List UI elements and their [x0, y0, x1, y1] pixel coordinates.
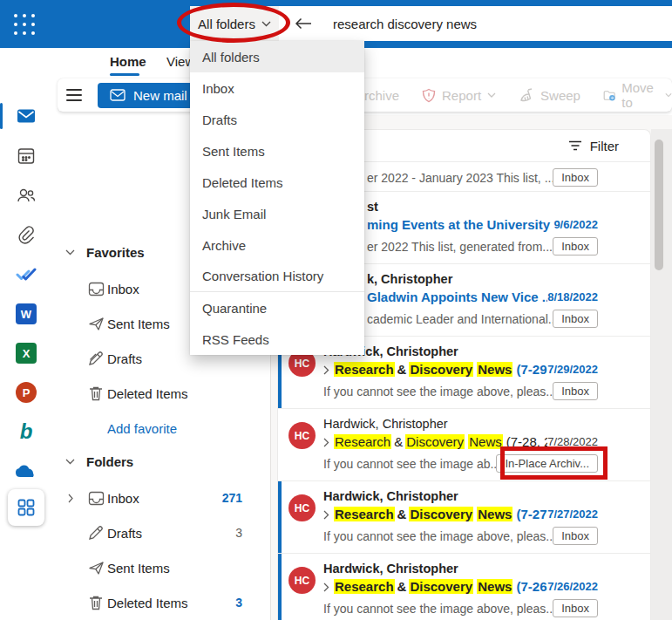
email-preview: er 2022 - January 2023 This list, ...	[367, 171, 553, 185]
rail-item-bing[interactable]: b	[0, 416, 52, 447]
search-input[interactable]: research discovery news	[333, 17, 477, 31]
paperclip-icon	[17, 225, 36, 244]
filter-icon	[568, 140, 582, 151]
scrollbar-thumb[interactable]	[655, 140, 663, 270]
trash-icon	[89, 385, 103, 401]
report-shield-icon	[422, 88, 436, 103]
menu-item-deleted-items[interactable]: Deleted Items	[190, 167, 364, 198]
unread-count: 271	[222, 491, 242, 505]
email-subject: Research&Discovery News(7-28, 2...	[334, 433, 547, 452]
chevron-down-icon	[261, 21, 271, 27]
folders-header[interactable]: Folders	[52, 446, 270, 477]
search-scope-label: All folders	[198, 17, 255, 31]
expand-conversation-icon[interactable]	[323, 583, 329, 592]
send-icon	[88, 317, 105, 331]
scrollbar-track[interactable]	[651, 129, 672, 620]
menu-item-quarantine[interactable]: Quarantine	[190, 292, 364, 324]
email-row[interactable]: HC Hardwick, Christopher Research&Discov…	[278, 480, 650, 553]
email-preview: If you cannot see the image above, pleas…	[323, 602, 553, 616]
apps-grid-icon	[17, 498, 36, 517]
sweep-label: Sweep	[540, 88, 580, 103]
app-rail: W X P b	[0, 48, 52, 620]
calendar-icon	[17, 146, 36, 166]
powerpoint-icon: P	[16, 382, 37, 403]
email-date: 7/28/2022	[547, 433, 598, 452]
folder-badge: Inbox	[553, 237, 598, 255]
new-mail-envelope-icon	[110, 89, 126, 101]
folder-deleted-items[interactable]: Deleted Items 3	[52, 587, 270, 618]
item-count: 3	[235, 526, 242, 540]
filter-label: Filter	[590, 139, 619, 153]
send-icon	[88, 561, 105, 576]
unread-indicator	[278, 481, 282, 553]
email-subject: Research&Discovery News(7-27-...	[334, 505, 547, 524]
email-subject: ming Events at the University ...	[367, 217, 553, 232]
inbox-icon	[88, 282, 105, 296]
draft-pencil-icon	[88, 351, 104, 366]
email-date: 7/27/2022	[547, 505, 598, 524]
menu-item-conversation-history[interactable]: Conversation History	[190, 261, 364, 292]
email-sender: Hardwick, Christopher	[323, 487, 598, 505]
expand-conversation-icon[interactable]	[323, 365, 329, 375]
email-preview: cademic Leader and International...	[367, 312, 553, 326]
email-sender: Hardwick, Christopher	[323, 415, 598, 433]
favorite-deleted-items[interactable]: Deleted Items	[52, 378, 270, 409]
email-subject: Gladwin Appoints New Vice ...	[367, 290, 547, 304]
tab-home[interactable]: Home	[110, 54, 146, 69]
rail-item-people[interactable]	[0, 180, 52, 211]
search-scope-dropdown[interactable]: All folders	[190, 6, 279, 41]
menu-item-all-folders[interactable]: All folders	[190, 41, 364, 72]
app-launcher-button[interactable]	[11, 11, 37, 37]
report-button[interactable]: Report	[422, 88, 496, 103]
rail-item-powerpoint[interactable]: P	[0, 377, 52, 408]
sweep-button[interactable]: Sweep	[519, 88, 580, 103]
folder-sent-items[interactable]: Sent Items	[52, 552, 270, 583]
rail-item-calendar[interactable]	[0, 140, 52, 172]
email-row[interactable]: HC Hardwick, Christopher Research&Discov…	[278, 553, 650, 620]
hamburger-menu-icon[interactable]	[58, 89, 91, 101]
onedrive-icon	[15, 464, 37, 479]
rail-item-attachments[interactable]	[0, 219, 52, 250]
folder-badge: Inbox	[553, 310, 598, 328]
people-icon	[16, 186, 37, 205]
move-to-button[interactable]: Move to	[603, 80, 672, 110]
email-date: 7/26/2022	[547, 577, 598, 596]
add-favorite-button[interactable]: Add favorite	[52, 412, 270, 444]
menu-item-junk-email[interactable]: Junk Email	[190, 198, 364, 229]
rail-item-todo[interactable]	[0, 258, 52, 290]
draft-pencil-icon	[88, 525, 104, 541]
email-subject: Research&Discovery News(7-29...	[334, 360, 547, 379]
chevron-down-icon	[65, 459, 75, 465]
menu-item-drafts[interactable]: Drafts	[190, 104, 364, 135]
folder-badge: Inbox	[553, 527, 598, 545]
rail-item-apps[interactable]	[8, 489, 44, 526]
menu-item-inbox[interactable]: Inbox	[190, 72, 364, 104]
menu-item-archive[interactable]: Archive	[190, 229, 364, 261]
folder-badge: Inbox	[553, 599, 598, 617]
rail-item-mail[interactable]	[0, 100, 52, 132]
avatar: HC	[288, 422, 316, 449]
email-row[interactable]: HC Hardwick, Christopher Research&Discov…	[278, 408, 650, 480]
chevron-right-icon	[68, 494, 73, 503]
expand-conversation-icon[interactable]	[323, 438, 329, 447]
unread-indicator	[278, 554, 282, 620]
inbox-icon	[88, 491, 105, 506]
rail-item-onedrive[interactable]	[0, 455, 52, 487]
message-actions-group: Archive Report Sweep Move to	[356, 78, 672, 112]
search-bar: All folders research discovery news	[190, 6, 672, 41]
menu-item-rss-feeds[interactable]: RSS Feeds	[190, 324, 364, 355]
rail-item-excel[interactable]: X	[0, 337, 52, 369]
folder-inbox[interactable]: Inbox 271	[52, 482, 270, 514]
in-place-archive-badge: In-Place Archiv...	[496, 454, 598, 473]
folder-drafts[interactable]: Drafts 3	[52, 517, 270, 548]
word-icon: W	[16, 303, 37, 324]
chevron-down-icon	[665, 92, 672, 98]
report-label: Report	[442, 88, 481, 103]
rail-item-word[interactable]: W	[0, 298, 52, 330]
move-to-folder-icon	[603, 89, 615, 102]
menu-item-sent-items[interactable]: Sent Items	[190, 135, 364, 167]
back-arrow-icon[interactable]	[293, 17, 314, 30]
email-preview: er 2022 This list, generated from...	[367, 240, 553, 254]
email-subject: Research&Discovery News(7-26...	[334, 577, 547, 596]
expand-conversation-icon[interactable]	[323, 510, 329, 520]
